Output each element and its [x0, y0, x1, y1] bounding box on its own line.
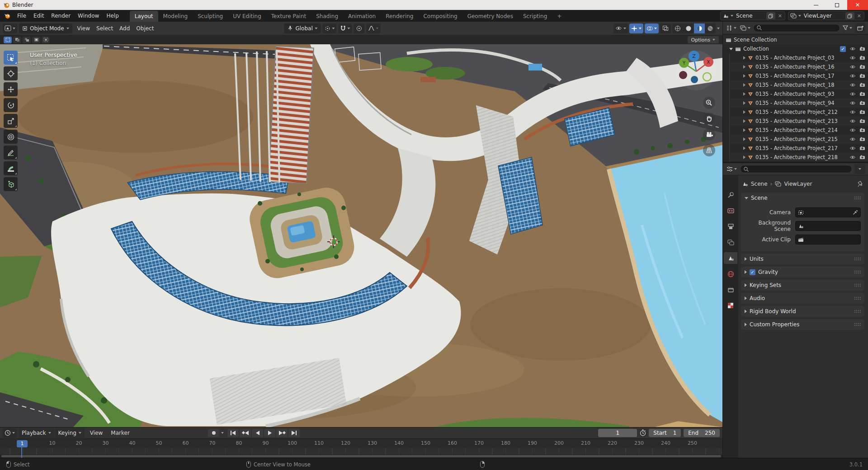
transform-orientation-selector[interactable]: Global — [284, 24, 321, 33]
disable-render-camera-icon[interactable] — [859, 92, 865, 96]
proportional-falloff-button[interactable] — [367, 24, 381, 33]
move-tool-button[interactable] — [4, 82, 18, 96]
disable-render-camera-icon[interactable] — [859, 119, 865, 123]
blender-menu-icon[interactable] — [4, 13, 11, 19]
hide-eye-icon[interactable] — [849, 119, 856, 123]
tab-world[interactable] — [724, 268, 737, 280]
show-gizmo-button[interactable] — [629, 24, 643, 33]
jump-to-end-button[interactable] — [288, 429, 300, 437]
shading-rendered-button[interactable] — [705, 24, 716, 33]
stopwatch-icon[interactable] — [640, 429, 646, 436]
timeline-scrollbar[interactable] — [0, 455, 722, 458]
timeline-dropdown-menu[interactable]: Keying — [55, 428, 85, 438]
outliner-object-row[interactable]: 0135 - Architecture Project_16 — [729, 62, 868, 71]
camera-field[interactable] — [795, 207, 861, 217]
expand-arrow-icon[interactable] — [743, 110, 745, 114]
expand-arrow-icon[interactable] — [743, 74, 745, 78]
cursor-tool-button[interactable] — [4, 66, 18, 80]
hide-eye-icon[interactable] — [849, 74, 856, 78]
play-reverse-button[interactable] — [252, 429, 263, 437]
disable-render-camera-icon[interactable] — [859, 155, 865, 160]
shading-solid-button[interactable] — [683, 24, 694, 33]
active-clip-field[interactable] — [795, 235, 861, 244]
select-mode-intersect-button[interactable] — [42, 37, 50, 43]
panel-drag-handle[interactable] — [854, 196, 861, 200]
topbar-menu-item[interactable]: Render — [47, 11, 74, 20]
expand-arrow-icon[interactable] — [745, 310, 747, 313]
hide-eye-icon[interactable] — [849, 92, 856, 96]
background-scene-field[interactable] — [795, 221, 861, 231]
timeline-menu-item[interactable]: View — [86, 428, 106, 437]
navigation-gizmo[interactable]: Z Y X — [675, 50, 717, 91]
select-mode-extend-button[interactable] — [13, 37, 21, 43]
expand-arrow-icon[interactable] — [743, 155, 745, 159]
disable-render-camera-icon[interactable] — [859, 74, 865, 78]
panel-drag-handle[interactable] — [854, 270, 861, 274]
outliner-display-mode-button[interactable] — [739, 23, 751, 33]
panel-drag-handle[interactable] — [854, 323, 861, 327]
next-keyframe-button[interactable] — [276, 429, 288, 437]
collapsed-panel[interactable]: Custom Properties — [741, 319, 864, 330]
expand-arrow-icon[interactable] — [745, 270, 747, 274]
camera-view-button[interactable] — [703, 128, 715, 141]
workspace-tab[interactable]: UV Editing — [228, 11, 266, 22]
outliner-object-row[interactable]: 0135 - Architecture Project_212 — [729, 108, 868, 117]
outliner-object-row[interactable]: 0135 - Architecture Project_94 — [729, 99, 868, 108]
expand-arrow-icon[interactable] — [745, 283, 747, 287]
workspace-tab[interactable]: Rendering — [381, 11, 418, 22]
properties-editor-type-button[interactable] — [726, 164, 738, 174]
outliner-object-row[interactable]: 0135 - Architecture Project_03 — [729, 53, 868, 62]
close-button[interactable]: ✕ — [847, 0, 868, 10]
options-button[interactable]: Options — [688, 36, 719, 43]
hide-eye-icon[interactable] — [849, 47, 856, 51]
pin-icon[interactable] — [858, 181, 863, 187]
viewport-menu-item[interactable]: Select — [93, 24, 116, 33]
disable-render-camera-icon[interactable] — [859, 110, 865, 114]
workspace-tab[interactable]: Sculpting — [193, 11, 228, 22]
shading-material-button[interactable] — [694, 24, 705, 33]
select-box-tool-button[interactable] — [4, 51, 18, 65]
remove-viewlayer-icon[interactable]: ✕ — [856, 13, 862, 19]
viewport-scene[interactable]: User Perspective (1) Collection — [0, 44, 722, 427]
expand-arrow-icon[interactable] — [743, 128, 745, 132]
outliner-object-row[interactable]: 0135 - Architecture Project_17 — [729, 71, 868, 80]
hide-eye-icon[interactable] — [849, 128, 856, 132]
viewlayer-selector[interactable]: ViewLayer ✕ — [788, 11, 864, 20]
tab-texture[interactable] — [724, 300, 737, 311]
collapse-arrow-icon[interactable] — [729, 48, 733, 50]
viewport-menu-item[interactable]: Add — [116, 24, 133, 33]
workspace-tab[interactable]: Modeling — [158, 11, 193, 22]
prev-keyframe-button[interactable] — [240, 429, 251, 437]
disable-render-camera-icon[interactable] — [859, 128, 865, 132]
tab-scene[interactable] — [724, 252, 737, 264]
workspace-tab[interactable]: + — [552, 11, 566, 22]
viewport-menu-item[interactable]: Object — [133, 24, 157, 33]
proportional-editing-button[interactable] — [354, 24, 365, 33]
panel-drag-handle[interactable] — [854, 310, 861, 314]
scale-tool-button[interactable] — [4, 114, 18, 128]
scene-panel-header[interactable]: Scene — [741, 193, 864, 203]
play-button[interactable] — [264, 429, 275, 437]
outliner-object-row[interactable]: 0135 - Architecture Project_218 — [729, 153, 868, 162]
panel-drag-handle[interactable] — [854, 283, 861, 287]
editor-type-button[interactable] — [3, 24, 17, 33]
tab-view-layer[interactable] — [724, 236, 737, 248]
frame-start-field[interactable]: Start1 — [649, 429, 681, 437]
object-visibility-button[interactable] — [613, 24, 628, 33]
outliner-object-row[interactable]: 0135 - Architecture Project_213 — [729, 117, 868, 126]
outliner-editor-type-button[interactable] — [725, 23, 737, 33]
topbar-menu-item[interactable]: Help — [103, 11, 122, 20]
outliner-row-scene-collection[interactable]: Scene Collection — [723, 35, 868, 44]
workspace-tab[interactable]: Texture Paint — [266, 11, 311, 22]
snap-magnet-button[interactable] — [339, 24, 352, 33]
expand-arrow-icon[interactable] — [745, 257, 747, 261]
outliner-object-row[interactable]: 0135 - Architecture Project_215 — [729, 135, 868, 144]
expand-arrow-icon[interactable] — [743, 137, 745, 141]
frame-end-field[interactable]: End250 — [684, 429, 720, 437]
disable-render-camera-icon[interactable] — [859, 137, 865, 141]
workspace-tab[interactable]: Layout — [130, 11, 158, 22]
hide-eye-icon[interactable] — [849, 56, 856, 60]
hide-eye-icon[interactable] — [849, 65, 856, 69]
new-collection-button[interactable] — [855, 23, 866, 33]
properties-search[interactable] — [740, 165, 852, 173]
